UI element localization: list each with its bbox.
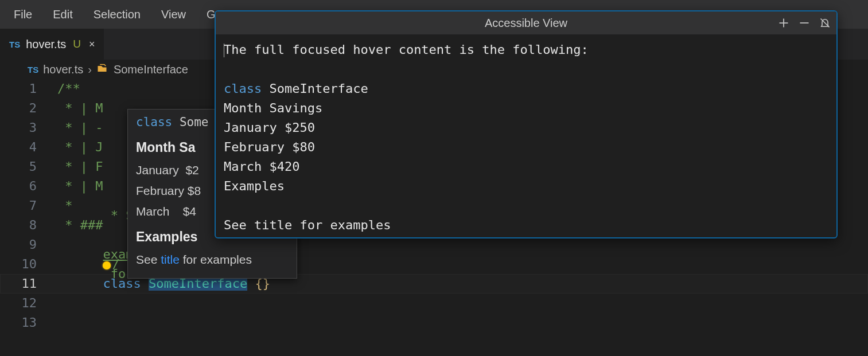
line-number: 8 [0,216,57,235]
minus-icon[interactable] [799,17,810,29]
accessible-view-line: March $420 [224,157,828,177]
tab-close-icon[interactable]: × [89,38,95,50]
accessible-view-titlebar: Accessible View [216,11,836,34]
code-text: * | - [57,118,103,138]
accessible-view-line: Examples [224,177,828,196]
menu-view[interactable]: View [151,6,196,24]
breadcrumb-file[interactable]: hover.ts [43,63,83,76]
accessible-view-line: The full focused hover content is the fo… [224,40,828,60]
line-number: 2 [0,99,57,118]
breadcrumb-symbol[interactable]: SomeInterface [114,63,188,76]
line-number: 11 [0,274,57,294]
line-number: 9 [0,235,57,255]
menu-edit[interactable]: Edit [42,6,83,24]
code-text: * | M [57,99,103,118]
line-number: 10 [0,255,57,274]
line-number: 3 [0,118,57,138]
accessible-view-line [224,196,828,216]
breadcrumb-separator-icon: › [88,63,92,76]
accessible-view-body[interactable]: The full focused hover content is the fo… [216,34,836,241]
accessible-view-line: Month Savings [224,99,828,118]
code-text: * | F [57,157,103,177]
code-text: /** [57,79,80,99]
tab-modified-indicator: U [73,38,81,50]
plus-icon[interactable] [778,17,789,29]
menu-selection[interactable]: Selection [83,6,151,24]
line-number: 6 [0,177,57,196]
line-number: 4 [0,138,57,157]
line-number: 7 [0,196,57,216]
line-number: 1 [0,79,57,99]
line-number: 12 [0,294,57,313]
tab-filename: hover.ts [26,38,66,51]
bell-off-icon[interactable] [819,17,831,29]
line-number: 5 [0,157,57,177]
accessible-view-title: Accessible View [485,17,567,30]
accessible-view-line [224,60,828,79]
menu-file[interactable]: File [3,6,42,24]
accessible-view-line: January $250 [224,118,828,138]
tab-hover-ts[interactable]: TS hover.ts U × [0,29,104,60]
accessible-view-line: class SomeInterface [224,79,828,99]
line-number: 13 [0,313,57,332]
hover-examples-text: See title for examples [136,249,289,270]
accessible-view-line: See title for examples [224,216,828,235]
hover-title-link[interactable]: title [161,253,180,266]
code-text: * | J [57,138,103,157]
ts-lang-icon: TS [9,40,20,49]
code-line[interactable]: 13 [0,313,868,332]
ts-lang-icon: TS [28,65,38,75]
accessible-view-line: February $80 [224,138,828,157]
symbol-struct-icon [96,63,109,76]
accessible-view-panel[interactable]: Accessible View The full focused hover c… [215,10,838,238]
